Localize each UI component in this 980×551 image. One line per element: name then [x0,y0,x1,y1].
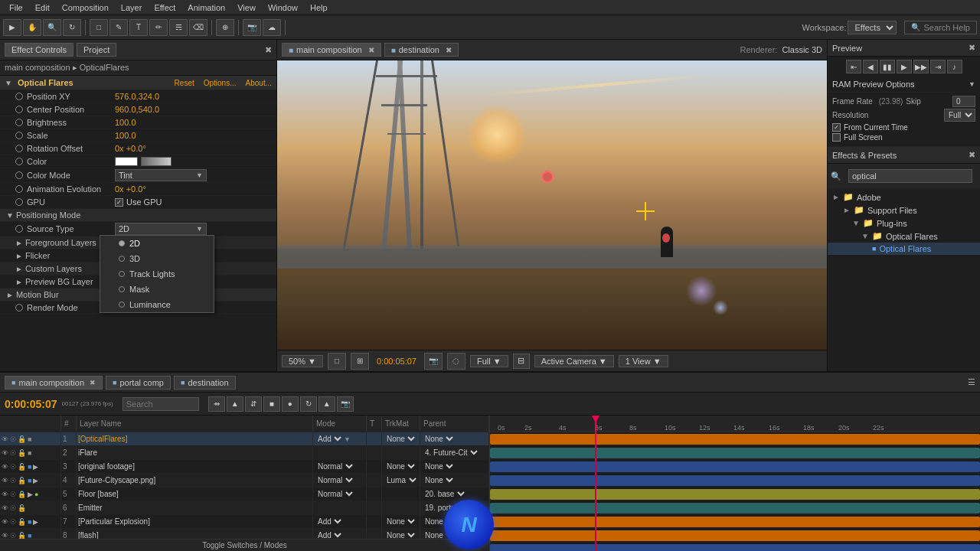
zoom-select[interactable]: 50% ▼ [282,355,323,367]
l8-eye[interactable]: 👁 [2,532,8,540]
effects-close[interactable]: ✖ [969,150,975,160]
l1-mode-arrow[interactable]: ▼ [344,435,351,443]
comp-tab-main[interactable]: ■ main composition ✖ [282,43,381,57]
menu-animation[interactable]: Animation [181,3,231,12]
text-tool[interactable]: T [129,19,148,36]
camera-tool[interactable]: 📷 [243,19,261,36]
tab-project[interactable]: Project [77,43,116,57]
toggle-switches[interactable]: Toggle Switches / Modes [0,539,489,551]
view-select[interactable]: 1 View ▼ [619,355,668,367]
l1-mode[interactable]: Add [315,434,344,444]
source-type-dropdown-btn[interactable]: 2D ▼ [115,223,207,235]
tl-tab-destination[interactable]: ■ destination [174,376,236,390]
workspace-select[interactable]: Effects [848,21,897,34]
brush-tool[interactable]: ✏ [149,19,168,36]
l5-mode[interactable]: Normal [315,489,355,499]
option-mask[interactable]: Mask [100,282,214,297]
tl-tab-portal[interactable]: ■ portal comp [106,376,171,390]
tl-btn-7[interactable]: ▲ [318,396,335,412]
l3-eye[interactable]: 👁 [2,463,8,471]
loop-btn[interactable]: ⇥ [930,60,946,73]
plugins-folder[interactable]: ▼ 📁 Plug-ins [828,217,980,230]
skip-input[interactable] [952,96,975,107]
audio-btn[interactable]: ♪ [947,60,962,73]
l6-solo[interactable]: ☉ [10,504,16,512]
menu-help[interactable]: Help [304,3,334,12]
camera-icon[interactable]: 📷 [424,353,443,370]
color-swatch[interactable] [115,157,138,166]
l1-parent[interactable]: None [422,434,456,444]
l7-solo[interactable]: ☉ [10,518,16,526]
l2-lock[interactable]: 🔓 [18,449,26,457]
custom-layers-arrow[interactable]: ► [15,265,23,273]
clone-tool[interactable]: ☴ [169,19,188,36]
eraser-tool[interactable]: ⌫ [189,19,207,36]
motion-blur-arrow[interactable]: ► [6,291,14,299]
comp-dest-close[interactable]: ✖ [446,46,452,54]
l4-expand[interactable]: ▶ [33,477,38,484]
l7-expand[interactable]: ▶ [33,518,38,526]
next-frame-btn[interactable]: ▶▶ [913,60,929,73]
l8-solo[interactable]: ☉ [10,532,16,540]
l8-trkmat[interactable]: None [384,530,417,539]
l4-parent[interactable]: None [422,475,456,485]
l3-label[interactable]: ■ [28,463,31,471]
l8-lock[interactable]: 🔓 [18,532,26,540]
foreground-layers-arrow[interactable]: ► [15,239,23,247]
l2-solo[interactable]: ☉ [10,449,16,457]
l6-eye[interactable]: 👁 [2,504,8,512]
tl-btn-5[interactable]: ● [282,396,299,412]
pen-tool[interactable]: ✎ [109,19,128,36]
light-tool[interactable]: ☁ [263,19,281,36]
l7-trkmat[interactable]: None [384,517,417,527]
skip-back-btn[interactable]: ⇤ [846,60,861,73]
gpu-checkbox[interactable]: ✓ [115,198,123,207]
tl-btn-8[interactable]: 📷 [337,396,354,412]
tl-btn-4[interactable]: ■ [263,396,280,412]
l3-trkmat[interactable]: None [384,461,417,471]
l2-label[interactable]: ■ [28,449,31,457]
optical-flares-arrow[interactable]: ▼ [5,79,12,87]
l7-eye[interactable]: 👁 [2,518,8,526]
comp-main-close[interactable]: ✖ [368,46,374,54]
timeline-menu[interactable]: ☰ [968,377,975,387]
grid-btn[interactable]: ⊞ [351,353,369,370]
l3-parent[interactable]: None [422,461,456,471]
panel-close-btn[interactable]: ✖ [265,45,272,55]
tab-effect-controls[interactable]: Effect Controls [5,43,74,57]
menu-effect[interactable]: Effect [148,3,181,12]
animation-evolution-value[interactable]: 0x +0.0° [115,184,273,194]
support-files-folder[interactable]: ► 📁 Support Files [828,204,980,217]
tl-search-input[interactable] [122,397,199,411]
l3-lock[interactable]: 🔓 [18,463,26,471]
rotation-offset-value[interactable]: 0x +0.0° [115,144,273,153]
menu-edit[interactable]: Edit [29,3,56,12]
l1-trkmat[interactable]: None [384,434,417,444]
prev-frame-btn[interactable]: ◀ [863,60,878,73]
l1-solo[interactable]: ☉ [10,435,16,443]
l7-label[interactable]: ■ [28,518,31,526]
effects-search-input[interactable] [848,169,972,183]
gradient-swatch[interactable] [141,157,172,166]
l4-label[interactable]: ■ [28,477,31,484]
menu-window[interactable]: Window [262,3,304,12]
option-2d[interactable]: 2D [100,236,214,251]
l7-mode[interactable]: Add [315,517,344,527]
fit-btn[interactable]: □ [328,353,346,370]
menu-layer[interactable]: Layer [115,3,149,12]
reset-btn[interactable]: Reset [175,79,194,87]
tl-btn-6[interactable]: ↻ [300,396,317,412]
l5-expand[interactable]: ▶ [28,491,33,498]
option-track-lights[interactable]: Track Lights [100,266,214,282]
l8-label[interactable]: ■ [28,532,31,540]
zoom-tool[interactable]: 🔍 [43,19,61,36]
center-position-value[interactable]: 960.0,540.0 [115,105,273,114]
grid-overlay[interactable]: ⊟ [513,354,530,369]
positioning-mode-arrow[interactable]: ▼ [6,211,14,220]
l2-parent[interactable]: 4. Future-Cit [422,448,480,458]
l3-solo[interactable]: ☉ [10,463,16,471]
optical-flares-folder[interactable]: ▼ 📁 Optical Flares [828,230,980,243]
l5-solo[interactable]: ☉ [10,491,16,498]
l5-eye[interactable]: 👁 [2,491,8,498]
scale-value[interactable]: 100.0 [115,131,273,140]
